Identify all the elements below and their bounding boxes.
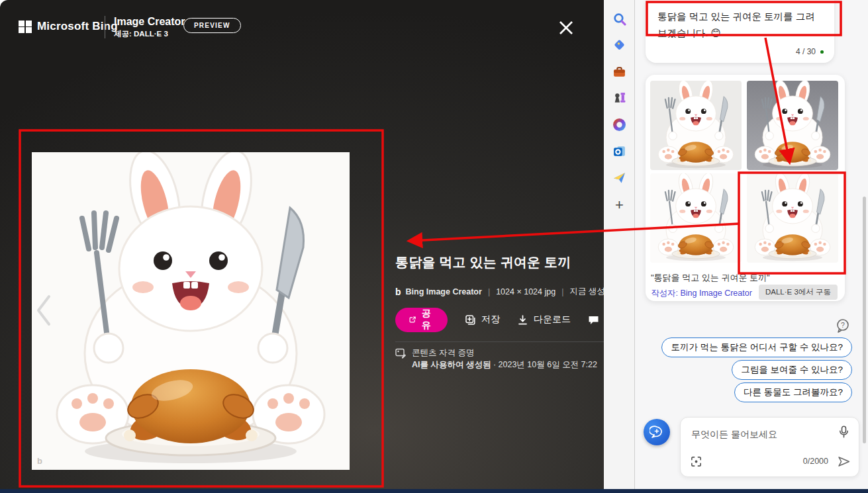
scrollbar-thumb[interactable] <box>863 197 866 443</box>
author-label: 작성자: <box>651 289 680 298</box>
download-label: 다운로드 <box>534 314 571 326</box>
visual-search-icon[interactable] <box>690 455 702 468</box>
bing-watermark: b <box>37 456 42 466</box>
download-icon <box>517 314 528 326</box>
share-button[interactable]: 공유 <box>395 308 448 332</box>
microsoft-365-icon[interactable] <box>612 118 626 132</box>
dalle-engine-badge: DALL·E 3에서 구동 <box>759 285 838 300</box>
author-link[interactable]: 작성자: Bing Image Creator <box>651 288 752 299</box>
image-meta-row: b Bing Image Creator | 1024 × 1024 jpg |… <box>395 286 604 297</box>
chat-message-card: 통닭을 먹고 있는 귀여운 토끼를 그려보겠습니다. 😊 4 / 30 <box>646 0 834 63</box>
generated-image-large: b <box>32 152 350 470</box>
window-bottom-edge <box>0 489 868 493</box>
credentials-detail: AI를 사용하여 생성됨 · 2023년 10월 6일 오전 7:22 <box>412 359 597 371</box>
credentials-date: · 2023년 10월 6일 오전 7:22 <box>491 360 597 369</box>
microphone-icon[interactable] <box>837 425 851 439</box>
character-counter: 0/2000 <box>803 457 828 466</box>
preview-badge: PREVIEW <box>183 18 241 33</box>
bing-b-icon: b <box>395 287 401 297</box>
suggestion-pill-2[interactable]: 그림을 보여줄 수 있나요? <box>732 360 852 380</box>
svg-text:?: ? <box>841 321 845 329</box>
content-credentials: 콘텐츠 자격 증명 AI를 사용하여 생성됨 · 2023년 10월 6일 오전… <box>395 347 597 371</box>
image-viewer-modal: Microsoft Bing Image Creator 제공: DALL·E … <box>0 0 604 489</box>
designer-icon[interactable] <box>612 171 626 185</box>
new-topic-button[interactable] <box>644 419 670 445</box>
meta-source: Bing Image Creator <box>406 287 482 296</box>
share-label: 공유 <box>422 308 434 332</box>
credentials-icon <box>395 347 407 359</box>
thumbnail-4-selected[interactable] <box>747 173 838 263</box>
pagination-text: 4 / 30 <box>796 47 816 56</box>
tools-icon[interactable] <box>612 65 626 79</box>
credentials-generated: AI를 사용하여 생성됨 <box>412 360 491 369</box>
send-icon[interactable] <box>837 455 851 469</box>
add-sidebar-item-icon[interactable]: + <box>612 199 626 212</box>
edge-sidebar: + <box>604 0 635 489</box>
image-grid-card: "통닭을 먹고 있는 귀여운 토끼" 작성자: Bing Image Creat… <box>646 75 845 301</box>
author-name: Bing Image Creator <box>680 289 751 298</box>
chat-input-card: 0/2000 <box>680 417 859 477</box>
content-divider <box>395 341 604 342</box>
app-root: + Microsoft Bing Image Creator 제공: DALL·… <box>0 0 868 493</box>
new-topic-icon <box>650 425 664 439</box>
image-title: 통닭을 먹고 있는 귀여운 토끼 <box>395 253 601 271</box>
meta-separator: | <box>488 287 490 296</box>
chat-pagination: 4 / 30 <box>796 47 824 56</box>
outlook-icon[interactable] <box>612 144 626 158</box>
shopping-icon[interactable] <box>612 38 626 52</box>
status-dot <box>820 50 824 54</box>
suggestion-pill-1[interactable]: 토끼가 먹는 통닭은 어디서 구할 수 있나요? <box>661 337 852 357</box>
previous-image-chevron-icon[interactable] <box>33 292 54 328</box>
save-icon <box>465 314 476 326</box>
brand-text: Microsoft Bing <box>37 20 118 33</box>
app-title: Image Creator <box>114 16 185 28</box>
help-bubble-icon[interactable]: ? <box>836 318 850 333</box>
grid-caption: "통닭을 먹고 있는 귀여운 토끼" <box>651 272 770 284</box>
header-divider <box>105 16 105 38</box>
suggestion-list: 토끼가 먹는 통닭은 어디서 구할 수 있나요? 그림을 보여줄 수 있나요? … <box>661 337 852 402</box>
download-button[interactable]: 다운로드 <box>517 314 571 326</box>
meta-status: 지금 생성됨 <box>569 286 604 297</box>
chat-input[interactable] <box>691 426 820 442</box>
meta-dimensions: 1024 × 1024 jpg <box>496 287 555 296</box>
feedback-button[interactable]: 의견 <box>588 314 604 326</box>
search-icon[interactable] <box>612 12 626 26</box>
credentials-title: 콘텐츠 자격 증명 <box>412 347 597 359</box>
meta-separator: | <box>561 287 563 296</box>
suggestion-pill-3[interactable]: 다른 동물도 그려볼까요? <box>734 382 852 402</box>
microsoft-logo-icon <box>19 21 31 33</box>
thumbnail-1[interactable] <box>650 81 742 170</box>
save-label: 저장 <box>481 314 500 326</box>
games-icon[interactable] <box>612 91 626 105</box>
save-button[interactable]: 저장 <box>465 314 500 326</box>
chat-message-text: 통닭을 먹고 있는 귀여운 토끼를 그려보겠습니다. 😊 <box>646 0 834 42</box>
thumbnail-3[interactable] <box>650 173 742 263</box>
app-provider: 제공: DALL·E 3 <box>114 29 168 39</box>
close-icon[interactable] <box>557 19 575 37</box>
thumbnail-2[interactable] <box>747 81 838 170</box>
feedback-icon <box>588 314 599 326</box>
image-actions-row: 공유 저장 다운로드 의견 <box>395 307 604 332</box>
share-icon <box>409 314 416 326</box>
bing-brand[interactable]: Microsoft Bing <box>19 20 118 33</box>
